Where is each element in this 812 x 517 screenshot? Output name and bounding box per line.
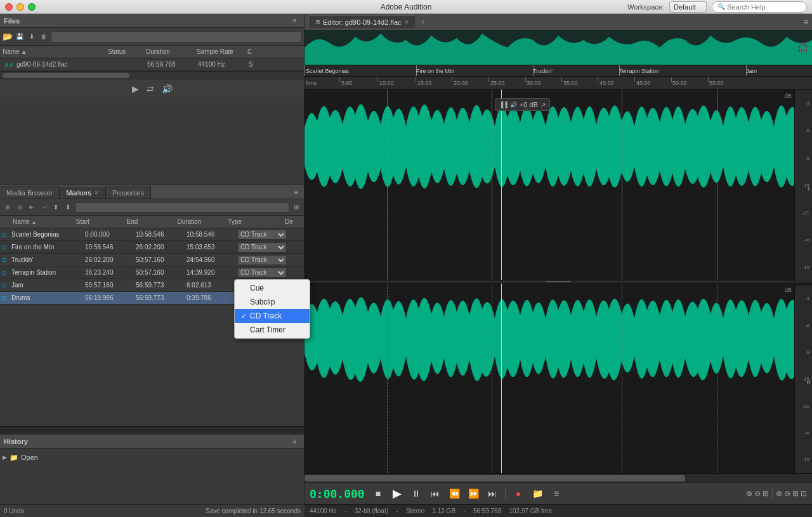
- marker-type-select[interactable]: CD Track: [237, 268, 287, 278]
- marker-import-btn[interactable]: ⬇: [63, 202, 73, 213]
- tab-properties[interactable]: Properties: [106, 186, 151, 199]
- marker-delete-btn[interactable]: ⊖: [15, 202, 25, 213]
- dropdown-item-cue[interactable]: Cue: [235, 281, 310, 295]
- file-name: ♬♬ gd90-09-14d2.flac: [1, 61, 109, 68]
- dropdown-item-cdtrack[interactable]: ✓ CD Track: [235, 309, 310, 323]
- minimize-button[interactable]: [16, 3, 24, 11]
- scrollbar-thumb[interactable]: [3, 73, 129, 78]
- marker-row[interactable]: ⊡ Terrapin Station 36:23.240 50:57.160 1…: [0, 266, 304, 279]
- transport-next-btn[interactable]: ⏭: [485, 486, 500, 501]
- close-button[interactable]: [5, 3, 13, 11]
- history-item[interactable]: ▶ 📁 Open: [3, 451, 301, 464]
- col-duration-header: Duration: [146, 48, 197, 55]
- waveform-overview[interactable]: 🎧: [304, 30, 812, 65]
- files-search-input[interactable]: [51, 31, 301, 43]
- marker-row[interactable]: ⊡ Scarlet Begonias 0:00.000 10:58.546 10…: [0, 228, 304, 241]
- playback-play-button[interactable]: ▶: [132, 84, 139, 94]
- markers-filter-btn[interactable]: ⊞: [291, 202, 301, 213]
- zoom-full-btn[interactable]: ⊞: [792, 489, 799, 498]
- marker-type-select[interactable]: CD Track: [237, 242, 287, 252]
- divider-handle[interactable]: [546, 281, 571, 282]
- playback-loop-button[interactable]: ⇄: [147, 84, 154, 94]
- transport-ff-btn[interactable]: ⏩: [466, 486, 481, 501]
- tab-markers[interactable]: Markers ✕: [60, 186, 106, 199]
- workspace-select[interactable]: Default: [669, 1, 707, 13]
- playback-output-button[interactable]: 🔊: [162, 84, 173, 94]
- zoom-out-btn[interactable]: ⊖: [754, 489, 761, 498]
- ruler-tick-hms: hms: [306, 80, 317, 86]
- tab-markers-close[interactable]: ✕: [94, 190, 99, 196]
- tabs-menu-btn[interactable]: ≡: [291, 187, 301, 197]
- search-box[interactable]: 🔍: [712, 1, 807, 13]
- dropdown-item-subclip[interactable]: Subclip: [235, 295, 310, 309]
- markers-horizontal-scrollbar[interactable]: [0, 426, 304, 434]
- undo-label: 0 Undo: [4, 507, 24, 514]
- waveform-main[interactable]: ▐▐ 🔊 +0 dB ↗: [304, 89, 812, 473]
- col-marker-name: Name ▲: [0, 218, 76, 225]
- marker-export-btn[interactable]: ⬆: [51, 202, 61, 213]
- ruler-tick-2500: 25:00: [490, 80, 505, 86]
- playhead-line-lower: [501, 284, 502, 474]
- waveform-scrollbar-thumb[interactable]: [304, 475, 685, 481]
- transport-more-btn[interactable]: ≡: [549, 486, 564, 501]
- tab-media-browser[interactable]: Media Browser: [0, 186, 60, 199]
- waveform-h-scrollbar[interactable]: [304, 473, 812, 482]
- waveform-lower[interactable]: dB: [304, 284, 812, 474]
- transport-record-btn[interactable]: ●: [511, 486, 526, 501]
- transport-prev-btn[interactable]: ⏮: [428, 486, 443, 501]
- files-horizontal-scrollbar[interactable]: [0, 71, 304, 79]
- zoom-fit-btn[interactable]: ⊞: [763, 489, 769, 498]
- type-dropdown[interactable]: Cue Subclip ✓ CD Track Cart Timer: [234, 279, 310, 339]
- zoom-v-in-btn[interactable]: ⊕: [776, 489, 782, 498]
- maximize-button[interactable]: [28, 3, 36, 11]
- editor-tab-add[interactable]: +: [421, 18, 426, 27]
- markers-search-input[interactable]: [75, 202, 289, 213]
- marker-split-btn[interactable]: ⊣: [39, 202, 49, 213]
- r-button[interactable]: R: [807, 379, 811, 386]
- history-panel-header: History ≡: [0, 435, 304, 448]
- volume-control[interactable]: ▐▐ 🔊 +0 dB ↗: [495, 98, 550, 111]
- files-import-button[interactable]: ⬇: [27, 32, 37, 42]
- tabs-end-controls: ≡: [291, 187, 301, 197]
- zoom-sel-btn[interactable]: ⊡: [801, 489, 807, 498]
- status-bar: 0 Undo Save completed in 12.65 seconds: [0, 504, 304, 517]
- transport-pause-btn[interactable]: ⏸: [409, 486, 424, 501]
- marker-type-select[interactable]: CD Track: [237, 230, 287, 240]
- history-menu-btn[interactable]: ≡: [290, 436, 300, 447]
- dropdown-item-carttimer[interactable]: Cart Timer: [235, 323, 310, 337]
- transport-rewind-btn[interactable]: ⏪: [447, 486, 462, 501]
- zoom-v-out-btn[interactable]: ⊖: [784, 489, 790, 498]
- marker-row[interactable]: ⊡ Truckin' 26:02.200 50:57.160 24:54.960…: [0, 254, 304, 266]
- waveform-upper[interactable]: dB: [304, 89, 812, 280]
- workspace-label: Workspace:: [627, 3, 664, 11]
- l-button[interactable]: L: [808, 185, 811, 192]
- search-input[interactable]: [727, 3, 803, 11]
- editor-panel-menu-btn[interactable]: ≡: [804, 18, 808, 27]
- files-open-button[interactable]: 📂: [3, 32, 13, 42]
- ruler-tick-4500: 45:00: [636, 80, 651, 86]
- transport-stop-btn[interactable]: ■: [370, 486, 386, 501]
- files-save-button[interactable]: 💾: [15, 32, 25, 42]
- files-menu-button[interactable]: ≡: [290, 16, 300, 26]
- transport-folder-btn[interactable]: 📁: [530, 486, 545, 501]
- main-layout: Files ≡ 📂 💾 ⬇ 🗑 Name ▲ Status: [0, 14, 812, 517]
- marker-line-lower-4: [717, 284, 717, 474]
- marker-add-btn[interactable]: ⊕: [3, 202, 13, 213]
- volume-expand-btn[interactable]: ↗: [540, 101, 546, 108]
- col-marker-end: End: [127, 218, 178, 225]
- transport-play-btn[interactable]: ▶: [390, 486, 405, 501]
- ruler-tick-5500: 55:00: [709, 80, 724, 86]
- marker-type-select[interactable]: CD Track: [237, 255, 287, 265]
- marker-row[interactable]: ⊡ Fire on the Mtn 10:58.546 26:02.200 15…: [0, 241, 304, 254]
- files-section: Files ≡ 📂 💾 ⬇ 🗑 Name ▲ Status: [0, 14, 304, 185]
- editor-header: ≋ Editor: gd90-09-14d2.flac ✕ + ≡: [304, 14, 812, 30]
- files-row[interactable]: ♬♬ gd90-09-14d2.flac 56:59.768 44100 Hz …: [0, 58, 304, 71]
- history-title: History: [4, 438, 28, 445]
- zoom-in-btn[interactable]: ⊕: [746, 489, 752, 498]
- marker-merge-btn[interactable]: ⇤: [27, 202, 37, 213]
- files-delete-button[interactable]: 🗑: [39, 32, 49, 42]
- files-title: Files: [4, 17, 20, 25]
- sample-rate-info: 44100 Hz: [310, 507, 337, 514]
- editor-tab[interactable]: ≋ Editor: gd90-09-14d2.flac ✕: [308, 15, 416, 29]
- editor-tab-close[interactable]: ✕: [404, 19, 409, 25]
